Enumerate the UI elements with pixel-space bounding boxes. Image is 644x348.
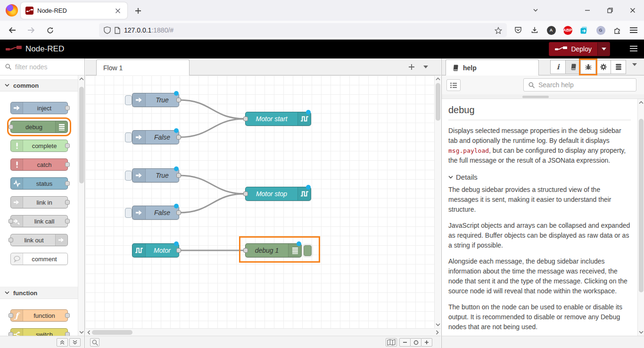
scroll-left-icon[interactable] <box>85 329 92 336</box>
help-tab[interactable]: help <box>446 59 539 75</box>
palette-node-inject[interactable]: inject <box>10 102 68 114</box>
inject-button[interactable] <box>125 95 132 105</box>
page-info-icon[interactable] <box>115 27 120 34</box>
zoom-out-button[interactable] <box>399 338 411 347</box>
sidebar-tab-context-layers[interactable] <box>611 60 626 74</box>
palette-node-switch[interactable]: switch <box>10 328 68 336</box>
zoom-in-button[interactable] <box>421 338 432 347</box>
scrollbar-thumb[interactable] <box>79 87 84 183</box>
scrollbar-thumb[interactable] <box>639 119 644 292</box>
translate-icon[interactable] <box>578 24 591 37</box>
flow-node-motor-start[interactable]: Motor start <box>245 112 311 126</box>
palette-category-common[interactable]: common <box>0 79 78 91</box>
flow-canvas[interactable]: TrueFalseMotor startTrueMotor stopFalseM… <box>85 75 441 328</box>
scroll-up-icon[interactable] <box>638 99 644 106</box>
input-port[interactable] <box>8 219 13 224</box>
zoom-reset-button[interactable] <box>410 338 421 347</box>
input-port[interactable] <box>243 116 248 121</box>
help-search-input[interactable]: Search help <box>523 78 636 91</box>
palette-node-comment[interactable]: comment <box>10 253 68 265</box>
flow-node-motor[interactable]: Motor <box>132 243 179 257</box>
output-port[interactable] <box>176 173 181 178</box>
input-port[interactable] <box>243 191 248 196</box>
deploy-main[interactable]: Deploy <box>549 45 597 53</box>
output-port[interactable] <box>176 248 181 253</box>
abp-icon[interactable]: ABP <box>561 24 574 37</box>
input-port[interactable] <box>8 238 13 242</box>
palette-node-link-in[interactable]: link in <box>10 196 68 208</box>
browser-tab[interactable]: Node-RED <box>21 2 127 19</box>
input-port[interactable] <box>8 313 13 318</box>
pocket-icon[interactable] <box>512 24 525 37</box>
canvas-search-button[interactable] <box>90 338 99 347</box>
collapse-all-button[interactable] <box>57 338 68 347</box>
palette-node-catch[interactable]: catch <box>10 158 68 171</box>
scroll-up-icon[interactable] <box>78 75 84 82</box>
output-port[interactable] <box>176 210 181 215</box>
list-tabs-icon[interactable] <box>526 0 545 21</box>
palette-node-debug[interactable]: debug <box>10 121 68 133</box>
flow-tab[interactable]: Flow 1 <box>96 59 190 75</box>
inject-button[interactable] <box>125 208 132 218</box>
url-bar[interactable]: 127.0.0.1:1880/# <box>99 23 507 37</box>
scroll-down-icon[interactable] <box>638 329 644 336</box>
scrollbar-thumb[interactable] <box>92 330 132 335</box>
reload-button[interactable] <box>43 24 57 37</box>
minimize-button[interactable] <box>576 0 599 21</box>
sidebar-tab-config-gear[interactable] <box>595 60 611 74</box>
splitter-handle-icon[interactable] <box>522 96 549 98</box>
tab-close-icon[interactable] <box>113 6 123 16</box>
browser-menu-button[interactable] <box>627 24 640 37</box>
sidebar-tab-info[interactable]: i <box>550 60 566 74</box>
input-port[interactable] <box>8 124 13 129</box>
inject-button[interactable] <box>125 133 132 142</box>
details-section-header[interactable]: Details <box>448 173 631 181</box>
flow-list-caret[interactable] <box>420 61 431 73</box>
forward-button[interactable] <box>25 24 38 37</box>
canvas-hscrollbar[interactable] <box>85 328 441 336</box>
output-port[interactable] <box>65 162 70 167</box>
ext-a-icon[interactable]: A <box>545 24 558 37</box>
inject-button[interactable] <box>125 171 132 181</box>
sidebar-tab-help-book[interactable] <box>565 60 581 74</box>
palette-node-complete[interactable]: complete <box>10 140 68 152</box>
scroll-down-icon[interactable] <box>78 329 84 336</box>
help-scrollbar[interactable] <box>637 99 644 336</box>
main-menu-button[interactable] <box>630 46 637 51</box>
deploy-options-caret[interactable] <box>597 42 610 56</box>
wire[interactable] <box>179 194 245 213</box>
wire[interactable] <box>179 119 245 137</box>
sidebar-tabs-caret[interactable] <box>632 63 637 66</box>
bookmark-star-icon[interactable] <box>495 27 502 34</box>
output-port[interactable] <box>65 219 70 224</box>
flow-node-true[interactable]: True <box>132 93 179 107</box>
shield-icon[interactable] <box>104 26 111 34</box>
download-icon[interactable] <box>528 24 541 37</box>
close-button[interactable] <box>621 0 644 21</box>
output-port[interactable] <box>65 313 70 318</box>
scroll-down-icon[interactable] <box>435 322 441 328</box>
input-port[interactable] <box>8 332 13 336</box>
output-port[interactable] <box>65 332 70 336</box>
puzzle-icon[interactable] <box>611 24 624 37</box>
scrollbar-thumb[interactable] <box>436 83 440 121</box>
grammarly-icon[interactable]: G <box>594 24 607 37</box>
palette-filter[interactable]: filter nodes <box>0 58 84 75</box>
flow-node-false[interactable]: False <box>132 206 179 220</box>
scroll-up-icon[interactable] <box>435 75 441 82</box>
sidebar-tab-debug-bug[interactable] <box>580 60 596 74</box>
palette-node-function[interactable]: ƒfunction <box>10 309 68 322</box>
scroll-right-icon[interactable] <box>434 329 441 336</box>
palette-node-link-out[interactable]: link out <box>10 234 68 246</box>
navigator-map-button[interactable] <box>386 338 397 347</box>
output-port[interactable] <box>65 200 70 205</box>
canvas-vscrollbar[interactable] <box>434 75 441 328</box>
output-port[interactable] <box>65 106 70 110</box>
toc-list-button[interactable] <box>446 79 461 91</box>
output-port[interactable] <box>65 143 70 148</box>
palette-node-status[interactable]: status <box>10 177 68 190</box>
toc-splitter[interactable] <box>442 94 644 99</box>
output-port[interactable] <box>176 135 181 140</box>
wire[interactable] <box>179 100 245 119</box>
deploy-button[interactable]: Deploy <box>549 42 610 56</box>
